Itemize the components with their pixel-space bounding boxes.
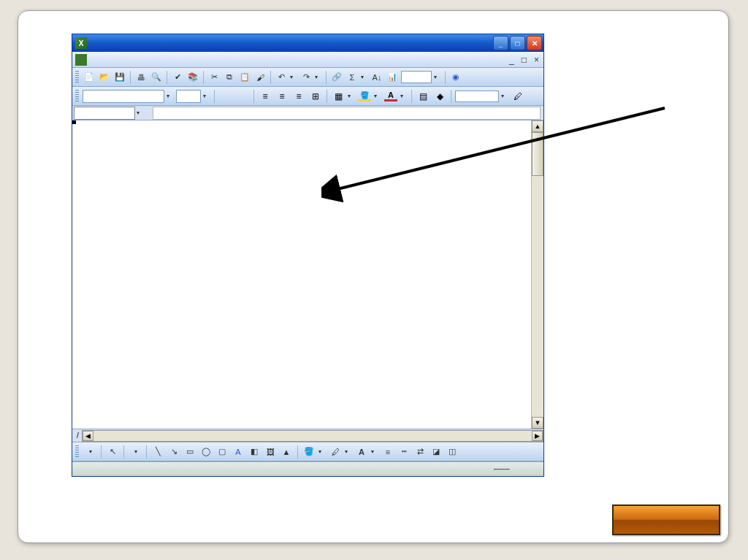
font-size-box[interactable] [176, 90, 201, 103]
redo-drop[interactable]: ▾ [315, 74, 322, 80]
autosum-drop[interactable]: ▾ [361, 74, 368, 80]
namebox-drop[interactable]: ▾ [137, 110, 144, 116]
oval-icon[interactable]: ◯ [199, 445, 213, 459]
diagram-icon[interactable]: ◧ [248, 445, 261, 459]
undo-icon[interactable]: ↶ [275, 71, 288, 84]
research-icon[interactable]: 📚 [186, 71, 199, 84]
save-icon[interactable]: 💾 [113, 71, 126, 84]
new-icon[interactable]: 📄 [83, 71, 96, 84]
fmt-grip[interactable] [75, 90, 79, 103]
fill-icon[interactable]: 🪣 [302, 445, 316, 459]
scroll-thumb[interactable] [532, 132, 543, 176]
drawing-toolbar: ▾ ↖ ▾ ╲ ↘ ▭ ◯ ▢ A ◧ 🖼 ▲ 🪣▾ 🖊▾ A▾ ≡ ┅ ⇄ ◪… [72, 442, 543, 461]
doc-icon [75, 54, 87, 66]
paste-icon[interactable]: 📋 [238, 71, 251, 84]
draw-grip[interactable] [75, 445, 79, 459]
menu-bar: _ □ × [72, 52, 543, 68]
status-bar [72, 461, 543, 476]
excel-icon: X [75, 37, 87, 49]
extra-tool2-icon[interactable]: ◆ [432, 90, 447, 103]
mdi-close[interactable]: × [533, 55, 541, 65]
mdi-minimize[interactable]: _ [508, 55, 516, 65]
excel-window: X _ □ ✕ _ □ × 📄 📂 💾 🖶 🔍 ✔ 📚 ✂ ⧉ 📋 🖌 [72, 34, 544, 477]
extra-combo[interactable] [455, 91, 499, 102]
picture-icon[interactable]: ▲ [280, 445, 293, 459]
textbox-icon[interactable]: ▢ [215, 445, 229, 459]
line-icon[interactable]: ╲ [151, 445, 164, 459]
print-icon[interactable]: 🖶 [134, 71, 148, 84]
line-color-icon[interactable]: 🖊 [329, 445, 342, 459]
close-button[interactable]: ✕ [527, 36, 542, 50]
italic-button[interactable] [235, 90, 250, 103]
extra-tool1-icon[interactable]: ▤ [416, 90, 430, 103]
rect-icon[interactable]: ▭ [183, 445, 196, 459]
font-drop[interactable]: ▾ [167, 93, 174, 99]
hscroll-left-icon[interactable]: ◀ [83, 431, 94, 441]
titlebar: X _ □ ✕ [72, 34, 543, 52]
shadow-icon[interactable]: ◪ [430, 445, 443, 459]
align-right-icon[interactable]: ≡ [291, 90, 306, 103]
borders-icon[interactable]: ▦ [331, 90, 346, 103]
hyperlink-icon[interactable]: 🔗 [330, 71, 343, 84]
status-num [494, 469, 510, 470]
pointer-icon[interactable]: ↖ [106, 445, 119, 459]
toolbar-grip[interactable] [75, 71, 79, 84]
copy-icon[interactable]: ⧉ [223, 71, 236, 84]
clipart-icon[interactable]: 🖼 [264, 445, 277, 459]
formatting-toolbar: ▾ ▾ ≡ ≡ ≡ ⊞ ▦ ▾ 🪣 ▾ A ▾ ▤ ◆ ▾ 🖊 [72, 87, 543, 106]
hscroll-right-icon[interactable]: ▶ [532, 431, 543, 441]
preview-icon[interactable]: 🔍 [150, 71, 163, 84]
chart-icon[interactable]: 📊 [386, 71, 399, 84]
active-cell [72, 120, 74, 122]
font-color-icon[interactable]: A [383, 90, 398, 103]
fill-drop[interactable]: ▾ [374, 93, 381, 99]
zoom-box[interactable] [401, 71, 432, 83]
undo-drop[interactable]: ▾ [290, 74, 297, 80]
minimize-button[interactable]: _ [493, 36, 508, 50]
fill-handle[interactable] [72, 120, 76, 124]
format-painter-icon[interactable]: 🖌 [253, 71, 267, 84]
autosum-icon[interactable]: Σ [346, 71, 359, 84]
align-left-icon[interactable]: ≡ [258, 90, 272, 103]
vertical-scrollbar[interactable]: ▲ ▼ [531, 120, 543, 429]
dash-icon[interactable]: ┅ [397, 445, 411, 459]
brush2-icon[interactable]: 🖊 [511, 90, 525, 103]
extra-drop[interactable]: ▾ [501, 93, 508, 99]
arrow-icon[interactable]: ↘ [167, 445, 180, 459]
help-icon[interactable]: ◉ [449, 71, 462, 84]
zoom-drop[interactable]: ▾ [434, 74, 441, 80]
borders-drop[interactable]: ▾ [348, 93, 355, 99]
spell-icon[interactable]: ✔ [171, 71, 184, 84]
redo-icon[interactable]: ↷ [299, 71, 313, 84]
sheet-tabs-row: / ◀ ▶ [72, 429, 543, 442]
font-name-box[interactable] [83, 90, 164, 103]
arrow-style-icon[interactable]: ⇄ [413, 445, 427, 459]
selection-outline [72, 120, 75, 123]
open-icon[interactable]: 📂 [98, 71, 111, 84]
align-center-icon[interactable]: ≡ [275, 90, 289, 103]
formula-bar: ▾ [72, 106, 543, 120]
size-drop[interactable]: ▾ [203, 93, 210, 99]
horizontal-scrollbar[interactable]: ◀ ▶ [82, 430, 543, 442]
line-weight-icon[interactable]: ≡ [381, 445, 394, 459]
spreadsheet-grid[interactable]: ▲ ▼ [72, 120, 543, 429]
font-color2-icon[interactable]: A [355, 445, 368, 459]
mdi-restore[interactable]: □ [520, 55, 528, 65]
wordart-icon[interactable]: A [232, 445, 245, 459]
maximize-button[interactable]: □ [510, 36, 525, 50]
sort-asc-icon[interactable]: A↓ [370, 71, 383, 84]
bold-button[interactable] [218, 90, 233, 103]
fontcolor-drop[interactable]: ▾ [400, 93, 408, 99]
standard-toolbar: 📄 📂 💾 🖶 🔍 ✔ 📚 ✂ ⧉ 📋 🖌 ↶ ▾ ↷ ▾ 🔗 Σ ▾ A↓ 📊… [72, 68, 543, 87]
scroll-up-icon[interactable]: ▲ [532, 120, 543, 132]
cut-icon[interactable]: ✂ [207, 71, 221, 84]
fill-color-icon[interactable]: 🪣 [357, 90, 372, 103]
merge-icon[interactable]: ⊞ [308, 90, 323, 103]
name-box[interactable] [74, 107, 135, 120]
home-button[interactable] [612, 505, 720, 535]
3d-icon[interactable]: ◫ [446, 445, 459, 459]
formula-input[interactable] [153, 107, 541, 120]
scroll-down-icon[interactable]: ▼ [532, 417, 543, 429]
slide-frame: X _ □ ✕ _ □ × 📄 📂 💾 🖶 🔍 ✔ 📚 ✂ ⧉ 📋 🖌 [18, 10, 729, 543]
